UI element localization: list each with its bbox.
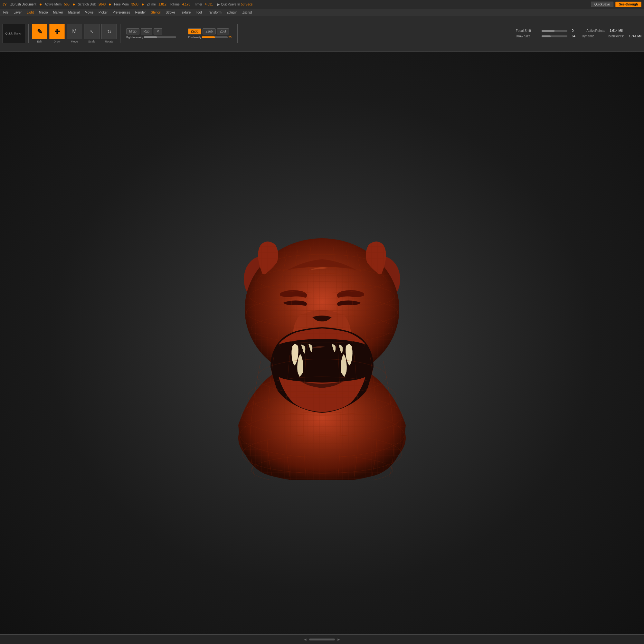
seethrough-button[interactable]: See-through	[615, 2, 641, 7]
menu-movie[interactable]: Movie	[83, 10, 95, 15]
dot-separator3	[109, 4, 111, 5]
title-bar: JV ZBrush Document Active Mem 565 Scratc…	[0, 0, 644, 9]
zcut-button[interactable]: Zcut	[217, 28, 229, 34]
menu-material[interactable]: Material	[66, 10, 82, 15]
active-points-label: ActivePoints:	[586, 29, 605, 33]
toolbar: Quick Sketch ✎ Edit ✚ Draw M Move ⤡ Scal…	[0, 16, 644, 52]
draw-icon: ✚	[54, 28, 60, 35]
active-mem-value: 565	[64, 3, 70, 6]
z-intensity-slider[interactable]	[202, 36, 228, 38]
total-points-value: 7.741 Mil	[628, 34, 641, 38]
menu-picker[interactable]: Picker	[97, 10, 109, 15]
menu-stroke[interactable]: Stroke	[164, 10, 177, 15]
z-intensity-value: 25	[228, 36, 232, 39]
zadd-button[interactable]: Zadd	[188, 28, 202, 34]
move-icon: M	[72, 29, 76, 34]
draw-button[interactable]: ✚	[49, 24, 65, 39]
app-name: ZBrush Document	[10, 3, 36, 6]
menu-texture[interactable]: Texture	[178, 10, 193, 15]
menu-light[interactable]: Light	[25, 10, 36, 15]
divider1	[28, 24, 29, 43]
menu-file[interactable]: File	[1, 10, 10, 15]
menu-zscript[interactable]: Zscript	[241, 10, 254, 15]
menu-tool[interactable]: Tool	[194, 10, 204, 15]
rgb-intensity-label: Rgb Intensity	[126, 36, 143, 39]
free-mem-label: Free Mem	[114, 3, 129, 6]
dot-separator2	[73, 4, 75, 5]
menu-layer[interactable]: Layer	[12, 10, 24, 15]
edit-group: ✎ Edit	[32, 24, 47, 43]
draw-group: ✚ Draw	[49, 24, 65, 43]
status-bar: ◄ ►	[0, 634, 644, 644]
menu-render[interactable]: Render	[133, 10, 148, 15]
mrgb-button[interactable]: Mrgb	[126, 28, 139, 34]
total-points-label: TotalPoints:	[607, 34, 624, 38]
scale-group: ⤡ Scale	[84, 24, 99, 43]
divider2	[120, 24, 120, 43]
model-container	[209, 206, 435, 480]
lion-model-svg	[209, 206, 435, 480]
ztime-label: ZTime	[147, 3, 156, 6]
scale-icon: ⤡	[90, 29, 94, 34]
m-button[interactable]: M	[154, 28, 162, 34]
draw-size-slider[interactable]	[542, 35, 567, 37]
menu-transform[interactable]: Transform	[205, 10, 223, 15]
rgb-intensity-slider[interactable]	[144, 36, 176, 38]
active-points-value: 1.614 Mil	[610, 29, 623, 33]
draw-size-value: 64	[572, 34, 575, 38]
draw-label: Draw	[53, 40, 60, 43]
rotate-icon: ↻	[107, 29, 111, 35]
rotate-group: ↻ Rotate	[101, 24, 117, 43]
quicksave-countdown: ▶ QuickSave In 58 Secs	[217, 3, 252, 6]
menu-zplugin[interactable]: Zplugin	[225, 10, 239, 15]
zsub-button[interactable]: Zsub	[203, 28, 215, 34]
rtime-value: 4.173	[182, 3, 190, 6]
z-intensity-label: Z Intensity	[188, 36, 202, 39]
divider4	[237, 24, 238, 43]
canvas-area[interactable]	[0, 52, 644, 634]
quick-sketch-button[interactable]: Quick Sketch	[3, 24, 25, 43]
move-button[interactable]: M	[67, 24, 82, 39]
edit-button[interactable]: ✎	[32, 24, 47, 39]
divider3	[182, 24, 182, 43]
dynamic-label: Dynamic	[582, 34, 594, 38]
menu-preferences[interactable]: Preferences	[111, 10, 132, 15]
timer-value: 4.031	[205, 3, 213, 6]
rotate-label: Rotate	[105, 40, 114, 43]
scroll-arrow-right[interactable]: ►	[337, 637, 341, 642]
title-bar-buttons: QuickSave See-through	[591, 2, 641, 7]
focal-shift-row: Focal Shift 0 ActivePoints: 1.614 Mil	[516, 29, 641, 33]
menu-bar: File Layer Light Macro Marker Material M…	[0, 9, 644, 16]
rtime-label: RTime	[170, 3, 180, 6]
rgb-button[interactable]: Rgb	[141, 28, 152, 34]
active-mem-label: Active Mem	[45, 3, 62, 6]
rotate-button[interactable]: ↻	[101, 24, 117, 39]
dot-separator4	[142, 4, 144, 5]
scratch-disk-label: Scratch Disk	[78, 3, 96, 6]
draw-size-label: Draw Size	[516, 34, 538, 38]
scale-button[interactable]: ⤡	[84, 24, 99, 39]
draw-size-row: Draw Size 64 Dynamic TotalPoints: 7.741 …	[516, 34, 641, 38]
title-bar-info: JV ZBrush Document Active Mem 565 Scratc…	[3, 3, 591, 6]
edit-icon: ✎	[37, 28, 43, 35]
mode-group: Mrgb Rgb M Rgb Intensity	[124, 28, 179, 39]
focal-shift-slider[interactable]	[542, 30, 567, 32]
focal-shift-label: Focal Shift	[516, 29, 538, 33]
timer-label: Timer	[194, 3, 202, 6]
metrics-group: Focal Shift 0 ActivePoints: 1.614 Mil Dr…	[516, 29, 641, 38]
move-group: M Move	[67, 24, 82, 43]
scratch-disk-value: 2848	[99, 3, 106, 6]
free-mem-value: 3530	[131, 3, 138, 6]
quick-sketch-group: Quick Sketch	[3, 24, 25, 43]
edit-label: Edit	[37, 40, 42, 43]
menu-marker[interactable]: Marker	[51, 10, 65, 15]
zadd-group: Zadd Zsub Zcut Z Intensity 25	[185, 28, 234, 39]
menu-stencil[interactable]: Stencil	[149, 10, 163, 15]
app-id: JV	[3, 3, 6, 6]
menu-macro[interactable]: Macro	[37, 10, 50, 15]
quicksave-button[interactable]: QuickSave	[591, 2, 613, 7]
scroll-indicator[interactable]	[309, 639, 335, 640]
scroll-arrow-left[interactable]: ◄	[303, 637, 307, 642]
ztime-value: 1.812	[158, 3, 166, 6]
dot-separator	[40, 4, 42, 5]
